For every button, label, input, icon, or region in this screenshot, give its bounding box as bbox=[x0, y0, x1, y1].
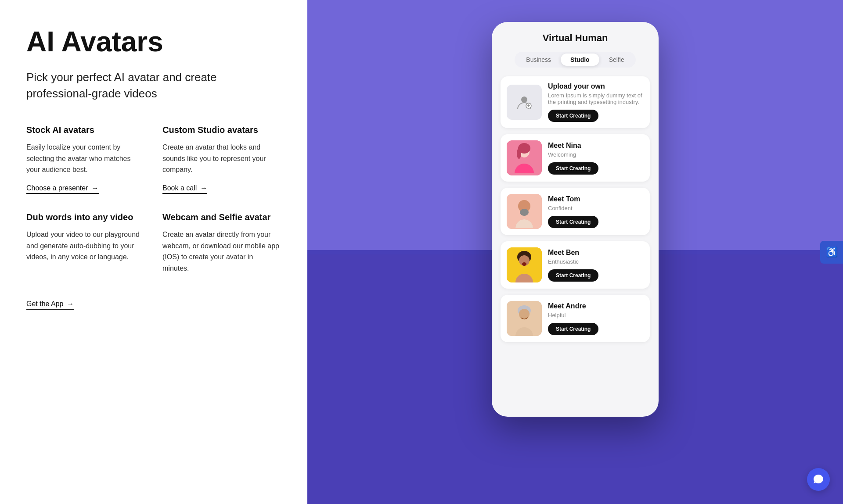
accessibility-button[interactable]: ♿ bbox=[820, 241, 843, 264]
feature-stock-avatars: Stock AI avatars Easily localize your co… bbox=[26, 124, 145, 194]
avatar-img-nina bbox=[507, 140, 542, 175]
start-creating-nina[interactable]: Start Creating bbox=[548, 162, 598, 175]
avatar-name-andre: Meet Andre bbox=[548, 302, 644, 310]
avatar-desc-tom: Confident bbox=[548, 205, 644, 211]
avatar-info-nina: Meet Nina Welcoming Start Creating bbox=[548, 142, 644, 175]
avatar-desc-andre: Helpful bbox=[548, 312, 644, 318]
svg-point-0 bbox=[521, 97, 527, 103]
tab-studio[interactable]: Studio bbox=[561, 54, 599, 66]
avatar-desc-ben: Enthusiastic bbox=[548, 258, 644, 265]
start-creating-upload[interactable]: Start Creating bbox=[548, 110, 598, 122]
upload-person-icon bbox=[515, 93, 533, 111]
get-app-container: Get the App → bbox=[26, 300, 145, 310]
feature-desc-webcam: Create an avatar directly from your webc… bbox=[162, 229, 281, 274]
nina-avatar-svg bbox=[507, 140, 542, 175]
feature-custom-studio: Custom Studio avatars Create an avatar t… bbox=[162, 124, 281, 194]
phone-title: Virtual Human bbox=[501, 32, 650, 44]
avatar-img-andre bbox=[507, 301, 542, 336]
book-call-link[interactable]: Book a call → bbox=[162, 184, 207, 194]
start-creating-tom[interactable]: Start Creating bbox=[548, 216, 598, 228]
page-subtitle: Pick your perfect AI avatar and create p… bbox=[26, 69, 281, 101]
tom-avatar-svg bbox=[507, 194, 542, 229]
choose-presenter-link[interactable]: Choose a presenter → bbox=[26, 184, 99, 194]
book-call-label: Book a call bbox=[162, 184, 197, 192]
feature-title-dub: Dub words into any video bbox=[26, 211, 145, 223]
svg-point-17 bbox=[519, 309, 530, 319]
feature-title-stock: Stock AI avatars bbox=[26, 124, 145, 136]
avatar-img-ben bbox=[507, 247, 542, 282]
andre-avatar-svg bbox=[507, 301, 542, 336]
chat-icon bbox=[813, 474, 824, 485]
svg-point-7 bbox=[517, 148, 521, 159]
phone-container: Virtual Human Business Studio Selfie bbox=[492, 22, 659, 417]
feature-dub-words: Dub words into any video Upload your vid… bbox=[26, 211, 145, 282]
avatar-desc-nina: Welcoming bbox=[548, 151, 644, 158]
chat-button[interactable] bbox=[807, 468, 830, 491]
avatar-card-ben: Meet Ben Enthusiastic Start Creating bbox=[501, 241, 650, 289]
feature-title-webcam: Webcam and Selfie avatar bbox=[162, 211, 281, 223]
avatar-img-tom bbox=[507, 194, 542, 229]
avatar-name-tom: Meet Tom bbox=[548, 195, 644, 203]
arrow-icon: → bbox=[92, 184, 99, 192]
avatar-info-ben: Meet Ben Enthusiastic Start Creating bbox=[548, 249, 644, 282]
avatar-card-andre: Meet Andre Helpful Start Creating bbox=[501, 295, 650, 342]
avatar-info-tom: Meet Tom Confident Start Creating bbox=[548, 195, 644, 228]
avatar-info-andre: Meet Andre Helpful Start Creating bbox=[548, 302, 644, 335]
arrow-icon-3: → bbox=[67, 300, 74, 308]
phone-mockup: Virtual Human Business Studio Selfie bbox=[492, 22, 659, 417]
get-app-label: Get the App bbox=[26, 300, 64, 308]
left-panel: AI Avatars Pick your perfect AI avatar a… bbox=[0, 0, 307, 504]
avatar-card-tom: Meet Tom Confident Start Creating bbox=[501, 188, 650, 235]
features-grid: Stock AI avatars Easily localize your co… bbox=[26, 124, 281, 310]
page-title: AI Avatars bbox=[26, 26, 281, 57]
avatar-card-upload: Upload your own Lorem Ipsum is simply du… bbox=[501, 76, 650, 128]
avatar-img-upload bbox=[507, 85, 542, 120]
avatar-name-nina: Meet Nina bbox=[548, 142, 644, 150]
avatar-card-nina: Meet Nina Welcoming Start Creating bbox=[501, 134, 650, 182]
ben-avatar-svg bbox=[507, 247, 542, 282]
tab-selfie[interactable]: Selfie bbox=[599, 54, 634, 66]
avatar-name-upload: Upload your own bbox=[548, 82, 644, 90]
feature-desc-custom: Create an avatar that looks and sounds l… bbox=[162, 142, 281, 175]
tab-bar: Business Studio Selfie bbox=[515, 52, 635, 68]
avatar-list: Upload your own Lorem Ipsum is simply du… bbox=[501, 76, 650, 342]
feature-title-custom: Custom Studio avatars bbox=[162, 124, 281, 136]
start-creating-andre[interactable]: Start Creating bbox=[548, 323, 598, 335]
avatar-desc-upload: Lorem Ipsum is simply dummy text of the … bbox=[548, 92, 644, 105]
arrow-icon-2: → bbox=[200, 184, 207, 192]
get-app-link[interactable]: Get the App → bbox=[26, 300, 74, 310]
feature-webcam: Webcam and Selfie avatar Create an avata… bbox=[162, 211, 281, 282]
feature-desc-dub: Upload your video to our playground and … bbox=[26, 229, 145, 263]
feature-desc-stock: Easily localize your content by selectin… bbox=[26, 142, 145, 175]
right-panel: Virtual Human Business Studio Selfie bbox=[307, 0, 843, 504]
accessibility-icon: ♿ bbox=[826, 247, 838, 258]
start-creating-ben[interactable]: Start Creating bbox=[548, 269, 598, 282]
svg-point-10 bbox=[520, 209, 529, 216]
avatar-info-upload: Upload your own Lorem Ipsum is simply du… bbox=[548, 82, 644, 122]
tab-business[interactable]: Business bbox=[516, 54, 561, 66]
svg-point-14 bbox=[522, 262, 526, 266]
avatar-name-ben: Meet Ben bbox=[548, 249, 644, 257]
choose-presenter-label: Choose a presenter bbox=[26, 184, 88, 192]
